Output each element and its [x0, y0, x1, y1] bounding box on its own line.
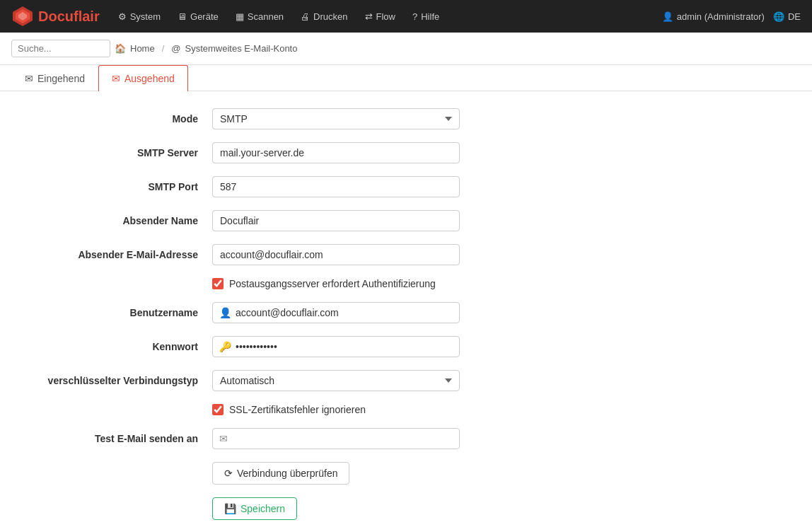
test-email-input-wrap: ✉ [212, 428, 460, 449]
nav-admin[interactable]: 👤 admin (Administrator) [662, 11, 765, 22]
tab-eingehend-label: Eingehend [37, 73, 85, 84]
test-email-label: Test E-Mail senden an [14, 433, 212, 444]
smtp-port-input[interactable] [212, 176, 460, 197]
user-icon: 👤 [662, 11, 673, 22]
scan-icon: ▦ [236, 11, 244, 22]
btn-row-speichern: 💾 Speichern [0, 497, 812, 520]
form-area: Mode SMTP Sendmail PHP Mail SMTP Server … [0, 91, 812, 532]
nav-scannen[interactable]: ▦ Scannen [228, 8, 291, 25]
verbindung-button-label: Verbindung überprüfen [237, 468, 337, 479]
auth-check: Postausgangsserver erfordert Authentifiz… [212, 278, 436, 289]
tab-eingehend[interactable]: ✉ Eingehend [11, 65, 98, 91]
nav-hilfe-label: Hilfe [421, 11, 439, 22]
nav-system[interactable]: ⚙ System [111, 8, 168, 25]
form-row-auth: Postausgangsserver erfordert Authentifiz… [0, 278, 812, 289]
brand-logo-icon [11, 5, 34, 28]
tab-ausgehend[interactable]: ✉ Ausgehend [98, 65, 188, 91]
smtp-port-label: SMTP Port [14, 181, 212, 192]
kennwort-input-wrap: 🔑 [212, 336, 460, 357]
benutzername-input-wrap: 👤 [212, 302, 460, 323]
brand[interactable]: Docuflair [11, 5, 100, 28]
user-field-icon: 👤 [219, 307, 231, 318]
key-field-icon: 🔑 [219, 341, 231, 352]
nav-system-label: System [130, 11, 161, 22]
nav-drucken-label: Drucken [313, 11, 347, 22]
home-icon: 🏠 [115, 43, 126, 54]
benutzername-input[interactable] [212, 302, 460, 323]
email-icon-breadcrumb: @ [171, 43, 180, 54]
breadcrumb-bar: 🏠 Home / @ Systemweites E-Mail-Konto [0, 33, 812, 65]
speichern-spacer [14, 497, 212, 520]
smtp-server-input[interactable] [212, 142, 460, 163]
mode-label: Mode [14, 113, 212, 125]
search-input[interactable] [11, 40, 110, 57]
form-row-ssl: SSL-Zertifikatsfehler ignorieren [0, 404, 812, 415]
nav-flow-label: Flow [376, 11, 395, 22]
nav-language[interactable]: 🌐 DE [773, 11, 801, 22]
absender-email-label: Absender E-Mail-Adresse [14, 249, 212, 260]
form-row-smtp-port: SMTP Port [0, 176, 812, 197]
absender-name-input[interactable] [212, 210, 460, 231]
outbox-icon: ✉ [112, 73, 120, 84]
nav-flow[interactable]: ⇄ Flow [358, 8, 402, 25]
tabs: ✉ Eingehend ✉ Ausgehend [0, 65, 812, 91]
absender-name-label: Absender Name [14, 215, 212, 226]
admin-label: admin (Administrator) [677, 11, 765, 22]
auth-checkbox[interactable] [212, 278, 224, 289]
navbar: Docuflair ⚙ System 🖥 Geräte ▦ Scannen 🖨 … [0, 0, 812, 33]
breadcrumb-home[interactable]: Home [130, 43, 155, 54]
nav-geraete-label: Geräte [190, 11, 219, 22]
save-icon: 💾 [224, 503, 236, 514]
gear-icon: ⚙ [118, 11, 127, 22]
form-row-absender-email: Absender E-Mail-Adresse [0, 244, 812, 265]
form-row-kennwort: Kennwort 🔑 [0, 336, 812, 357]
refresh-icon: ⟳ [224, 468, 233, 479]
nav-drucken[interactable]: 🖨 Drucken [294, 8, 354, 25]
nav-scannen-label: Scannen [248, 11, 284, 22]
nav-right: 👤 admin (Administrator) 🌐 DE [662, 11, 801, 22]
print-icon: 🖨 [301, 11, 310, 22]
envelope-field-icon: ✉ [219, 433, 228, 444]
form-row-test-email: Test E-Mail senden an ✉ [0, 428, 812, 449]
form-row-benutzername: Benutzername 👤 [0, 302, 812, 323]
ssl-check: SSL-Zertifikatsfehler ignorieren [212, 404, 366, 415]
flow-icon: ⇄ [365, 11, 373, 22]
globe-icon: 🌐 [773, 11, 784, 22]
form-row-absender-name: Absender Name [0, 210, 812, 231]
smtp-server-label: SMTP Server [14, 147, 212, 158]
speichern-button-label: Speichern [240, 503, 285, 514]
auth-checkbox-label: Postausgangsserver erfordert Authentifiz… [229, 278, 436, 289]
breadcrumb-current: Systemweites E-Mail-Konto [185, 43, 298, 54]
inbox-icon: ✉ [25, 73, 33, 84]
content-area: ✉ Eingehend ✉ Ausgehend Mode SMTP Sendma… [0, 65, 812, 532]
test-email-input[interactable] [212, 428, 460, 449]
monitor-icon: 🖥 [178, 11, 187, 22]
verbindung-spacer [14, 462, 212, 485]
breadcrumb-separator: / [162, 43, 165, 54]
form-row-smtp-server: SMTP Server [0, 142, 812, 163]
verbindungstyp-label: verschlüsselter Verbindungstyp [14, 375, 212, 386]
verbindungstyp-select[interactable]: Automatisch SSL/TLS STARTTLS Keine [212, 370, 460, 391]
ssl-checkbox-label: SSL-Zertifikatsfehler ignorieren [229, 404, 366, 415]
kennwort-input[interactable] [212, 336, 460, 357]
mode-select[interactable]: SMTP Sendmail PHP Mail [212, 108, 460, 129]
ssl-checkbox[interactable] [212, 404, 224, 415]
speichern-button[interactable]: 💾 Speichern [212, 497, 297, 520]
form-row-verbindungstyp: verschlüsselter Verbindungstyp Automatis… [0, 370, 812, 391]
nav-hilfe[interactable]: ? Hilfe [405, 8, 446, 25]
kennwort-label: Kennwort [14, 341, 212, 352]
form-row-mode: Mode SMTP Sendmail PHP Mail [0, 108, 812, 129]
help-icon: ? [412, 11, 417, 22]
brand-name: Docuflair [38, 8, 100, 25]
tab-ausgehend-label: Ausgehend [124, 73, 175, 84]
absender-email-input[interactable] [212, 244, 460, 265]
btn-row-verbindung: ⟳ Verbindung überprüfen [0, 462, 812, 485]
benutzername-label: Benutzername [14, 307, 212, 318]
lang-label: DE [788, 11, 801, 22]
verbindung-button[interactable]: ⟳ Verbindung überprüfen [212, 462, 349, 485]
nav-geraete[interactable]: 🖥 Geräte [170, 8, 226, 25]
